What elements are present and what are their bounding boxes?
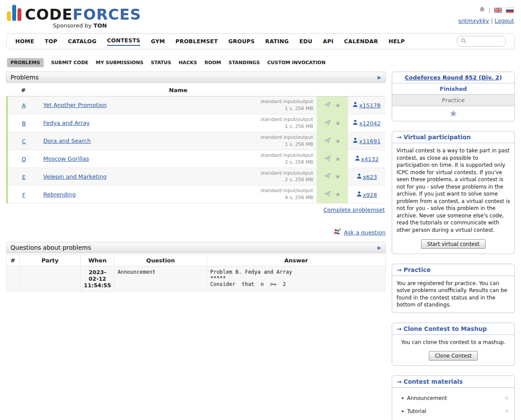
problem-io: standard input/output2 s, 256 MB [260, 170, 313, 184]
favorite-star-icon[interactable]: ★ [335, 155, 341, 162]
nav-item-home[interactable]: HOME [15, 38, 34, 45]
submit-plane-icon[interactable] [324, 172, 331, 181]
table-row: E Velepin and Marketingstandard input/ou… [7, 168, 386, 186]
nav-item-gym[interactable]: GYM [151, 38, 165, 45]
nav-item-top[interactable]: TOP [45, 38, 57, 45]
favorite-contest-star-icon[interactable]: ★ [449, 108, 458, 119]
subnav-standings[interactable]: STANDINGS [228, 60, 260, 65]
sponsored-ton-text: TON [93, 22, 107, 29]
favorite-star-icon[interactable]: ★ [335, 191, 341, 198]
favorite-star-icon[interactable]: ★ [335, 173, 341, 180]
contest-materials-list: Announcement × Tutorial × [392, 388, 514, 420]
table-row: B Fedya and Arraystandard input/output1 … [7, 114, 386, 132]
solved-count-link[interactable]: x15178 [359, 102, 380, 109]
uk-flag-icon[interactable] [494, 7, 502, 13]
problem-letter-link[interactable]: D [21, 156, 26, 162]
subnav-problems[interactable]: PROBLEMS [7, 58, 44, 67]
nav-item-rating[interactable]: RATING [265, 38, 289, 45]
logo-row: CODEFORCES [7, 4, 141, 22]
solved-count-link[interactable]: x11691 [359, 138, 380, 145]
nav-item-api[interactable]: API [323, 38, 333, 45]
problem-name-link[interactable]: Yet Another Promotion [43, 102, 107, 108]
favorite-star-icon[interactable]: ★ [335, 120, 341, 127]
contest-star-row: ★ [392, 106, 514, 121]
logo-text: CODEFORCES [25, 7, 141, 22]
solved-count-link[interactable]: x4132 [361, 156, 379, 162]
bell-icon[interactable] [479, 6, 485, 14]
problem-letter-link[interactable]: F [22, 192, 25, 198]
contest-title-link[interactable]: Codeforces Round 852 (Div. 2) [405, 74, 502, 81]
nav-item-problemset[interactable]: PROBLEMSET [176, 38, 218, 45]
nav-item-help[interactable]: HELP [389, 38, 405, 45]
nav-item-catalog[interactable]: CATALOG [68, 38, 97, 45]
caption-arrow-icon[interactable]: ▶ [378, 245, 381, 251]
username-link[interactable]: sntmxykky [458, 17, 489, 24]
problem-io: standard input/output1 s, 256 MB [260, 98, 313, 112]
clone-contest-box: → Clone Contest to Mashup You can clone … [392, 323, 515, 366]
problem-name-link[interactable]: Moscow Gorillas [43, 155, 89, 162]
solved-person-icon [357, 190, 362, 199]
favorite-star-icon[interactable]: ★ [335, 102, 341, 109]
complete-problemset-link[interactable]: Complete problemset [324, 207, 385, 213]
problem-name-link[interactable]: Velepin and Marketing [43, 173, 107, 180]
clone-contest-button[interactable]: Clone Contest [429, 351, 478, 361]
list-item: Announcement × [397, 392, 510, 405]
close-icon[interactable]: × [504, 407, 509, 415]
start-virtual-contest-button[interactable]: Start virtual contest [421, 239, 486, 249]
logo-sponsored: Sponsored by TON [7, 22, 141, 29]
codeforces-logo[interactable]: CODEFORCES Sponsored by TON [7, 4, 141, 29]
material-tutorial-link[interactable]: Tutorial [407, 408, 426, 415]
favorite-star-icon[interactable]: ★ [335, 138, 341, 145]
questions-header-row: # Party When Question Answer [7, 255, 386, 266]
io-limits: 1 s, 256 MB [260, 123, 313, 130]
submit-plane-icon[interactable] [324, 137, 331, 145]
io-type: standard input/output [260, 98, 313, 105]
problem-letter-link[interactable]: B [22, 120, 26, 127]
contest-title-row: Codeforces Round 852 (Div. 2) [392, 72, 514, 83]
problem-name-link[interactable]: Dora and Search [43, 138, 91, 144]
ask-question-link[interactable]: Ask a question [344, 229, 386, 236]
ru-flag-icon[interactable] [506, 7, 514, 13]
nav-item-contests[interactable]: CONTESTS [107, 37, 140, 46]
main-column: Problems ▶ # Name A Yet Another Promotio… [6, 72, 386, 292]
problem-letter-link[interactable]: C [22, 138, 26, 145]
close-icon[interactable]: × [504, 394, 509, 402]
bullet-icon [402, 410, 404, 412]
solved-person-icon [357, 172, 362, 181]
solved-count-link[interactable]: x12042 [359, 120, 380, 127]
bullet-icon [402, 397, 404, 399]
problem-name-link[interactable]: Rebrending [43, 191, 76, 198]
nav-item-edu[interactable]: EDU [299, 38, 312, 45]
subnav-submit-code[interactable]: SUBMIT CODE [51, 60, 89, 65]
submit-plane-icon[interactable] [324, 155, 331, 163]
solved-count-link[interactable]: x928 [363, 192, 377, 198]
problem-io: standard input/output2 s, 256 MB [260, 152, 313, 166]
logo-bar-yellow [7, 11, 11, 21]
ask-question-row: Ask a question [6, 228, 386, 237]
subnav-my-submissions[interactable]: MY SUBMISSIONS [96, 60, 143, 65]
search-input[interactable] [469, 38, 502, 45]
virtual-participation-title: → Virtual participation [392, 131, 514, 143]
nav-item-groups[interactable]: GROUPS [228, 38, 255, 45]
submit-plane-icon[interactable] [324, 119, 331, 127]
content: Problems ▶ # Name A Yet Another Promotio… [6, 72, 515, 420]
problem-name-link[interactable]: Fedya and Array [43, 120, 90, 126]
nav-item-calendar[interactable]: CALENDAR [344, 38, 378, 45]
submit-plane-icon[interactable] [324, 190, 331, 199]
subnav-room[interactable]: ROOM [204, 60, 221, 65]
caption-arrow-icon[interactable]: ▶ [378, 75, 381, 80]
logo-forces: FORCES [72, 6, 141, 23]
problem-letter-link[interactable]: A [22, 102, 26, 109]
problem-letter-link[interactable]: E [22, 174, 25, 180]
page: CODEFORCES Sponsored by TON | sntmxykky … [0, 0, 521, 420]
logout-link[interactable]: Logout [494, 17, 514, 24]
sponsored-by-text: Sponsored by [53, 22, 92, 29]
material-announcement-link[interactable]: Announcement [407, 395, 447, 402]
contest-status: Finished [392, 83, 514, 95]
io-type: standard input/output [260, 152, 313, 159]
subnav-status[interactable]: STATUS [151, 60, 171, 65]
solved-count-link[interactable]: x623 [363, 174, 377, 180]
subnav-custom-invocation[interactable]: CUSTOM INVOCATION [267, 60, 325, 65]
submit-plane-icon[interactable] [324, 101, 331, 110]
subnav-hacks[interactable]: HACKS [179, 60, 197, 65]
